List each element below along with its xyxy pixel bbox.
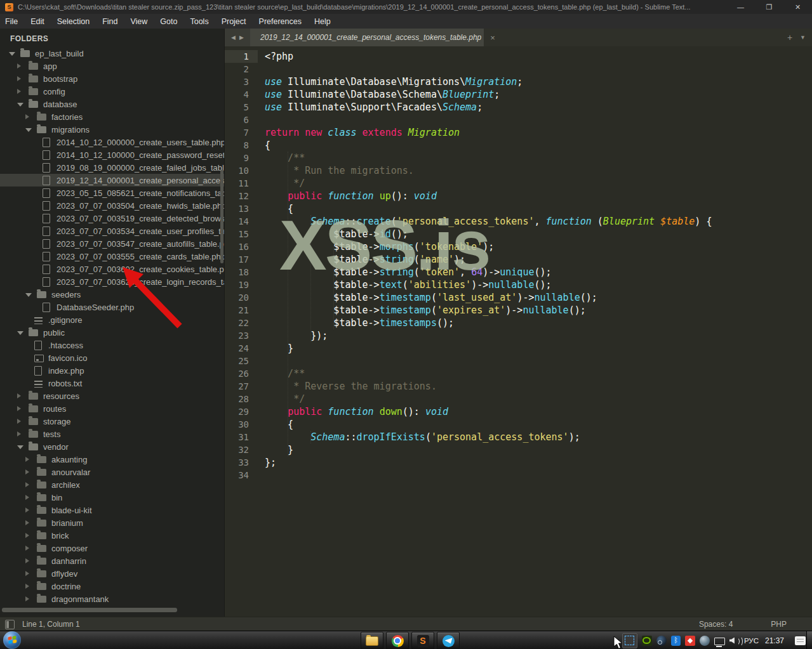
tree-folder-akaunting[interactable]: akaunting	[0, 453, 224, 466]
tree-file-2019_12_14_000001_create_personal_access_tok[interactable]: 2019_12_14_000001_create_personal_access…	[0, 174, 224, 187]
tree-folder-resources[interactable]: resources	[0, 390, 224, 402]
disclosure-closed-icon[interactable]	[17, 431, 21, 436]
volume-tray-icon[interactable]	[729, 636, 740, 645]
tree-folder-migrations[interactable]: migrations	[0, 123, 224, 136]
tree-file-.htaccess[interactable]: .htaccess	[0, 339, 224, 351]
tree-folder-factories[interactable]: factories	[0, 110, 224, 123]
red-app-tray-icon[interactable]	[685, 636, 695, 646]
tree-folder-brianium[interactable]: brianium	[0, 516, 224, 529]
disclosure-closed-icon[interactable]	[25, 533, 29, 538]
disclosure-open-icon[interactable]	[25, 128, 32, 132]
network-tray-icon[interactable]	[714, 638, 725, 645]
tab-next-icon[interactable]: ▶	[239, 34, 244, 41]
tree-file-2023_07_07_003519_create_detected_browsers_t[interactable]: 2023_07_07_003519_create_detected_browse…	[0, 212, 224, 225]
tree-folder-storage[interactable]: storage	[0, 415, 224, 428]
disclosure-closed-icon[interactable]	[17, 406, 21, 411]
tab-overflow-icon[interactable]: ▼	[800, 34, 806, 41]
taskbar-telegram-button[interactable]	[437, 632, 460, 649]
tree-file-DatabaseSeeder.php[interactable]: DatabaseSeeder.php	[0, 301, 224, 313]
tree-folder-ep_last_build[interactable]: ep_last_build	[0, 47, 224, 60]
tree-file-2014_10_12_000000_create_users_table.php[interactable]: 2014_10_12_000000_create_users_table.php	[0, 136, 224, 148]
disclosure-closed-icon[interactable]	[25, 520, 29, 525]
tree-folder-seeders[interactable]: seeders	[0, 288, 224, 301]
disclosure-closed-icon[interactable]	[25, 114, 29, 119]
disclosure-open-icon[interactable]	[17, 445, 23, 449]
tab-prev-icon[interactable]: ◀	[231, 34, 236, 41]
sidebar-horizontal-scrollbar[interactable]	[2, 608, 177, 612]
sidebar-vertical-scrollbar[interactable]	[220, 170, 223, 263]
tree-folder-doctrine[interactable]: doctrine	[0, 580, 224, 593]
screenshot-selection-tray-icon[interactable]	[622, 633, 637, 648]
menu-find[interactable]: Find	[96, 14, 124, 29]
restore-button[interactable]: ❐	[755, 3, 783, 11]
tree-file-favicon.ico[interactable]: favicon.ico	[0, 351, 224, 364]
taskbar-explorer-button[interactable]	[361, 632, 383, 649]
disclosure-closed-icon[interactable]	[25, 571, 29, 576]
disclosure-closed-icon[interactable]	[17, 63, 21, 69]
indentation-status[interactable]: Spaces: 4	[699, 620, 733, 629]
disclosure-closed-icon[interactable]	[17, 89, 21, 94]
tab-close-icon[interactable]: ×	[490, 33, 495, 43]
menu-edit[interactable]: Edit	[24, 14, 51, 29]
tree-folder-composer[interactable]: composer	[0, 542, 224, 554]
nvidia-tray-icon[interactable]	[642, 636, 652, 646]
disclosure-closed-icon[interactable]	[25, 457, 29, 462]
bluetooth-tray-icon[interactable]: ᛒ	[671, 636, 681, 646]
tree-folder-database[interactable]: database	[0, 98, 224, 110]
taskbar-clock[interactable]: 21:37	[765, 636, 784, 645]
tree-folder-archilex[interactable]: archilex	[0, 478, 224, 491]
tree-folder-dflydev[interactable]: dflydev	[0, 567, 224, 580]
tab-active[interactable]: 2019_12_14_000001_create_personal_access…	[250, 29, 484, 46]
tree-folder-anourvalar[interactable]: anourvalar	[0, 466, 224, 478]
syntax-status[interactable]: PHP	[771, 620, 787, 629]
tree-file-2023_05_15_085621_create_notifications_table.p[interactable]: 2023_05_15_085621_create_notifications_t…	[0, 187, 224, 199]
tree-file-2023_07_07_003547_create_autofills_table.php[interactable]: 2023_07_07_003547_create_autofills_table…	[0, 237, 224, 250]
tree-folder-dragonmantank[interactable]: dragonmantank	[0, 593, 224, 605]
menu-view[interactable]: View	[124, 14, 154, 29]
tree-folder-brick[interactable]: brick	[0, 529, 224, 542]
tree-folder-danharrin[interactable]: danharrin	[0, 554, 224, 567]
disclosure-open-icon[interactable]	[9, 52, 15, 56]
disclosure-closed-icon[interactable]	[17, 419, 21, 424]
disclosure-closed-icon[interactable]	[25, 584, 29, 589]
code-area[interactable]: 1234567891011121314151617181920212223242…	[225, 46, 812, 617]
tree-folder-tests[interactable]: tests	[0, 428, 224, 440]
taskbar-sublime-button[interactable]: S	[411, 632, 434, 649]
disclosure-closed-icon[interactable]	[25, 508, 29, 513]
menu-help[interactable]: Help	[308, 14, 337, 29]
disclosure-closed-icon[interactable]	[25, 495, 29, 500]
sidebar-toggle-icon[interactable]	[5, 620, 15, 629]
tree-folder-vendor[interactable]: vendor	[0, 440, 224, 453]
tree-folder-app[interactable]: app	[0, 60, 224, 72]
steam-tray-icon[interactable]	[656, 636, 667, 646]
tree-file-2023_07_07_003504_create_hwids_table.php[interactable]: 2023_07_07_003504_create_hwids_table.php	[0, 199, 224, 212]
tree-folder-public[interactable]: public	[0, 326, 224, 339]
disclosure-closed-icon[interactable]	[25, 596, 29, 601]
tree-file-2023_07_07_003625_create_login_records_table.p[interactable]: 2023_07_07_003625_create_login_records_t…	[0, 275, 224, 288]
tree-file-2014_10_12_100000_create_password_reset_toke[interactable]: 2014_10_12_100000_create_password_reset_…	[0, 148, 224, 161]
disclosure-closed-icon[interactable]	[25, 482, 29, 487]
tree-folder-routes[interactable]: routes	[0, 402, 224, 415]
notification-center-icon[interactable]	[795, 636, 806, 645]
taskbar-chrome-button[interactable]	[386, 632, 409, 649]
tree-file-2023_07_07_003602_create_cookies_table.php[interactable]: 2023_07_07_003602_create_cookies_table.p…	[0, 263, 224, 275]
disclosure-closed-icon[interactable]	[17, 393, 21, 398]
menu-selection[interactable]: Selection	[51, 14, 96, 29]
tree-folder-bin[interactable]: bin	[0, 491, 224, 504]
disclosure-closed-icon[interactable]	[17, 76, 21, 81]
close-button[interactable]: ✕	[783, 3, 812, 11]
menu-preferences[interactable]: Preferences	[253, 14, 308, 29]
tree-folder-bootstrap[interactable]: bootstrap	[0, 72, 224, 85]
tree-file-2023_07_07_003534_create_user_profiles_table.p[interactable]: 2023_07_07_003534_create_user_profiles_t…	[0, 225, 224, 237]
tree-file-2019_08_19_000000_create_failed_jobs_table.php[interactable]: 2019_08_19_000000_create_failed_jobs_tab…	[0, 161, 224, 174]
tree-folder-blade-ui-kit[interactable]: blade-ui-kit	[0, 504, 224, 516]
globe-tray-icon[interactable]	[700, 636, 710, 646]
menu-file[interactable]: File	[0, 14, 24, 29]
tree-file-index.php[interactable]: index.php	[0, 364, 224, 377]
language-indicator[interactable]: РУС	[744, 637, 759, 645]
tree-file-2023_07_07_003555_create_cards_table.php[interactable]: 2023_07_07_003555_create_cards_table.php	[0, 250, 224, 263]
disclosure-closed-icon[interactable]	[25, 558, 29, 563]
tree-folder-config[interactable]: config	[0, 85, 224, 98]
minimize-button[interactable]: —	[726, 3, 755, 11]
tree-file-robots.txt[interactable]: robots.txt	[0, 377, 224, 390]
